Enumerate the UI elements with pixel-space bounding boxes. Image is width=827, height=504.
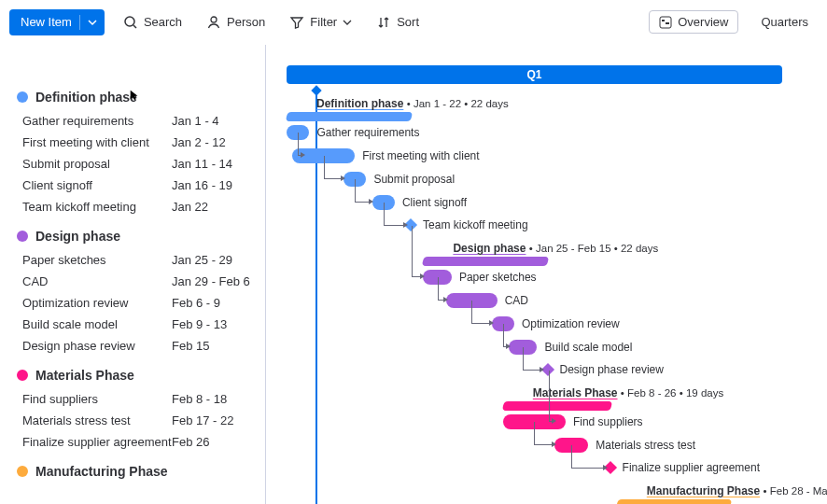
group-name: Manufacturing Phase [35, 464, 168, 479]
task-row[interactable]: Build scale modelFeb 9 - 13 [0, 314, 265, 335]
phase-bar[interactable] [503, 401, 611, 411]
dependency-connector [438, 277, 444, 301]
gantt-task-row[interactable]: First meeting with client [292, 148, 479, 163]
main: Definition phaseGather requirementsJan 1… [0, 45, 827, 504]
task-row[interactable]: CADJan 29 - Feb 6 [0, 271, 265, 292]
task-dates: Feb 8 - 18 [172, 392, 256, 406]
task-row[interactable]: Finalize supplier agreementFeb 26 [0, 431, 265, 453]
task-row[interactable]: Design phase reviewFeb 15 [0, 335, 265, 357]
task-label: Submit proposal [373, 173, 455, 186]
dependency-connector [571, 445, 604, 469]
gantt-task-row[interactable]: Design phase review [543, 363, 664, 376]
phase-header[interactable]: Definition phase • Jan 1 - 22 • 22 days [316, 97, 509, 110]
task-dates: Jan 11 - 14 [172, 157, 256, 171]
group-header-design[interactable]: Design phase [0, 223, 265, 249]
group-header-manufacturing[interactable]: Manufacturing Phase [0, 458, 265, 484]
task-label: First meeting with client [362, 149, 479, 162]
gantt-task-row[interactable]: Gather requirements [287, 125, 419, 140]
task-name: Design phase review [22, 339, 172, 353]
gantt-area[interactable]: Definition phase • Jan 1 - 22 • 22 daysG… [266, 90, 827, 504]
group-name: Design phase [35, 229, 120, 244]
dependency-connector [384, 203, 404, 226]
new-item-label: New Item [21, 15, 72, 29]
task-row[interactable]: Materials stress testFeb 17 - 22 [0, 410, 265, 431]
task-label: Materials stress test [596, 439, 695, 452]
gantt-pane[interactable]: Q1 Definition phase • Jan 1 - 22 • 22 da… [266, 45, 827, 504]
quarters-button[interactable]: Quarters [751, 11, 818, 33]
group-color-dot [15, 464, 31, 480]
group-header-materials[interactable]: Materials Phase [0, 362, 265, 388]
task-row[interactable]: Find suppliersFeb 8 - 18 [0, 388, 265, 410]
task-list-pane: Definition phaseGather requirementsJan 1… [0, 45, 266, 504]
task-dates: Jan 1 - 4 [172, 114, 256, 128]
sort-label: Sort [397, 15, 419, 29]
svg-rect-4 [666, 22, 669, 24]
cursor-icon [129, 90, 140, 101]
svg-rect-3 [662, 20, 665, 21]
chevron-down-icon [343, 18, 352, 27]
filter-label: Filter [310, 15, 337, 29]
task-row[interactable]: Client signoffJan 16 - 19 [0, 175, 265, 196]
overview-button[interactable]: Overview [649, 10, 738, 34]
filter-button[interactable]: Filter [284, 11, 357, 34]
task-dates: Feb 26 [172, 435, 256, 449]
quarters-label: Quarters [761, 15, 808, 29]
dependency-connector [298, 133, 301, 156]
phase-title: Materials Phase [533, 386, 618, 399]
task-label: Find suppliers [573, 415, 643, 428]
phase-header[interactable]: Design phase • Jan 25 - Feb 15 • 22 days [453, 242, 658, 255]
task-row[interactable]: Paper sketchesJan 25 - 29 [0, 249, 265, 271]
task-label: Gather requirements [316, 126, 419, 139]
sort-button[interactable]: Sort [371, 11, 425, 34]
dependency-connector [471, 301, 489, 324]
task-row[interactable]: Gather requirementsJan 1 - 4 [0, 110, 265, 132]
phase-bar[interactable] [423, 257, 548, 266]
separator [79, 15, 80, 30]
phase-header[interactable]: Materials Phase • Feb 8 - 26 • 19 days [533, 386, 723, 399]
group-name: Definition phase [35, 90, 137, 105]
task-dates: Feb 17 - 22 [172, 413, 256, 427]
task-label: Team kickoff meeting [423, 218, 528, 231]
task-label: Build scale model [544, 341, 632, 354]
task-name: Find suppliers [22, 392, 172, 406]
task-row[interactable]: Submit proposalJan 11 - 14 [0, 153, 265, 175]
task-row[interactable]: First meeting with clientJan 2 - 12 [0, 132, 265, 153]
person-icon [206, 15, 221, 30]
gantt-task-row[interactable]: Find suppliers [503, 414, 643, 429]
task-name: Team kickoff meeting [22, 200, 172, 214]
search-button[interactable]: Search [118, 11, 188, 34]
task-name: Optimization review [22, 296, 172, 310]
person-button[interactable]: Person [201, 11, 271, 34]
dependency-connector [503, 324, 507, 347]
phase-bar[interactable] [287, 112, 412, 121]
person-label: Person [227, 15, 265, 29]
phase-meta: • Jan 1 - 22 • 22 days [407, 98, 509, 109]
phase-meta: • Feb 28 - Mar 19 • 20 days [764, 485, 828, 497]
filter-icon [289, 15, 304, 30]
dependency-connector [355, 179, 370, 203]
task-name: Build scale model [22, 317, 172, 331]
overview-label: Overview [678, 15, 728, 29]
phase-bar[interactable] [617, 499, 731, 504]
gantt-task-row[interactable]: Finalize supplier agreement [606, 461, 760, 474]
chevron-down-icon [88, 18, 97, 27]
gantt-task-row[interactable]: Optimization review [492, 316, 620, 331]
phase-header[interactable]: Manufacturing Phase • Feb 28 - Mar 19 • … [647, 484, 827, 497]
phase-bar-fill [422, 257, 550, 266]
task-name: First meeting with client [22, 135, 172, 149]
task-name: Client signoff [22, 178, 172, 192]
phase-bar-fill [502, 401, 612, 411]
dependency-connector [523, 347, 540, 371]
phase-bar-fill [286, 112, 414, 121]
task-name: Paper sketches [22, 253, 172, 267]
quarter-header[interactable]: Q1 [287, 65, 782, 84]
task-row[interactable]: Optimization reviewFeb 6 - 9 [0, 292, 265, 314]
task-name: Finalize supplier agreement [22, 435, 172, 449]
dependency-connector [549, 371, 553, 422]
task-dates: Feb 9 - 13 [172, 317, 256, 331]
group-color-dot [15, 368, 31, 384]
group-name: Materials Phase [35, 368, 134, 383]
gantt-task-row[interactable]: Team kickoff meeting [406, 218, 528, 231]
new-item-button[interactable]: New Item [9, 9, 105, 35]
task-row[interactable]: Team kickoff meetingJan 22 [0, 196, 265, 217]
